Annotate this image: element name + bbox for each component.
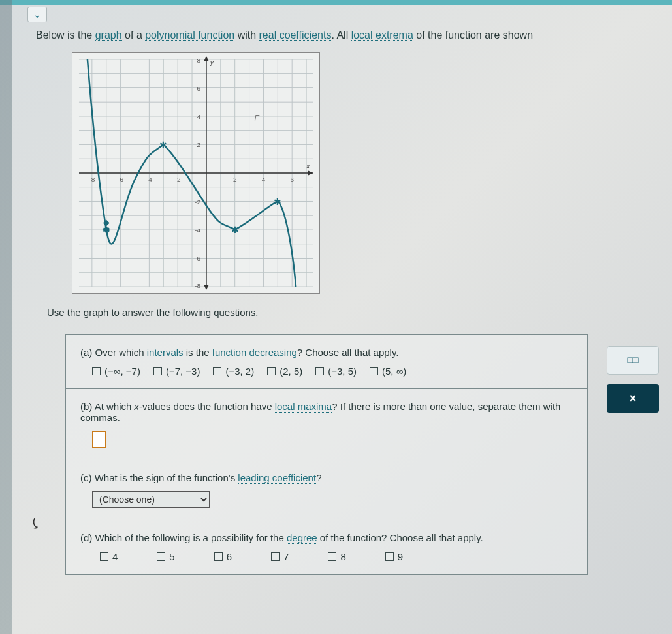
svg-text:-2: -2 xyxy=(195,198,200,206)
qd-choices: 4 5 6 7 8 9 xyxy=(80,551,574,562)
svg-text:2: 2 xyxy=(197,141,200,148)
collapse-button[interactable]: ⌄ xyxy=(27,7,47,22)
opt-label: 4 xyxy=(112,551,118,562)
choice-d-1[interactable]: 5 xyxy=(157,551,174,562)
interval-icon: □□ xyxy=(628,355,639,366)
question-d: (d) Which of the following is a possibil… xyxy=(66,520,587,574)
intro-t4: . All xyxy=(331,29,351,40)
qa-t1: (a) Over which xyxy=(80,347,147,358)
checkbox-icon[interactable] xyxy=(153,367,162,375)
term-polynomial-function[interactable]: polynomial function xyxy=(145,29,234,41)
polynomial-graph: y x -8-6-4-2246 8642-2-4-6-8 ✱ ✱ ✱ ✱ F xyxy=(72,52,320,294)
svg-text:6: 6 xyxy=(290,176,294,183)
svg-text:6: 6 xyxy=(197,85,200,92)
checkbox-icon[interactable] xyxy=(100,552,108,561)
choice-d-4[interactable]: 8 xyxy=(328,551,345,562)
opt-label: 6 xyxy=(227,551,232,562)
svg-text:-8: -8 xyxy=(89,176,95,183)
qb-t1: (b) At which xyxy=(80,401,135,412)
qc-t1: (c) What is the sign of the function's xyxy=(80,472,238,483)
svg-text:8: 8 xyxy=(197,57,200,64)
qc-text: (c) What is the sign of the function's l… xyxy=(80,472,574,483)
opt-label: (−3, 5) xyxy=(328,366,357,377)
qd-text: (d) Which of the following is a possibil… xyxy=(80,532,574,543)
question-c: (c) What is the sign of the function's l… xyxy=(66,460,587,520)
chevron-down-icon: ⌄ xyxy=(33,9,41,20)
checkbox-icon[interactable] xyxy=(213,367,221,375)
checkbox-icon[interactable] xyxy=(271,552,280,561)
choice-a-4[interactable]: (−3, 5) xyxy=(315,366,357,377)
term-leading-coefficient[interactable]: leading coefficient xyxy=(238,472,316,484)
choice-a-1[interactable]: (−7, −3) xyxy=(153,366,200,377)
opt-label: 7 xyxy=(283,551,289,562)
checkbox-icon[interactable] xyxy=(370,367,378,375)
checkbox-icon[interactable] xyxy=(157,552,165,561)
question-a: (a) Over which intervals is the function… xyxy=(66,335,587,389)
cursor-icon: ⤹ xyxy=(28,515,42,534)
qa-t3: ? Choose all that apply. xyxy=(297,347,399,358)
qb-text: (b) At which x-values does the function … xyxy=(80,401,574,423)
term-intervals[interactable]: intervals xyxy=(147,347,184,358)
leading-coeff-select[interactable]: (Choose one) xyxy=(92,491,210,508)
svg-text:-6: -6 xyxy=(195,255,200,262)
svg-text:-4: -4 xyxy=(195,227,200,234)
choice-d-0[interactable]: 4 xyxy=(100,551,118,562)
choice-d-2[interactable]: 6 xyxy=(214,551,232,562)
term-local-maxima[interactable]: local maxima xyxy=(275,401,332,413)
interval-notation-button[interactable]: □□ xyxy=(607,346,659,375)
problem-intro: Below is the graph of a polynomial funct… xyxy=(36,29,672,41)
svg-text:✱: ✱ xyxy=(103,225,110,235)
svg-text:✱: ✱ xyxy=(159,140,167,150)
reset-button[interactable]: × xyxy=(607,384,659,413)
opt-label: 8 xyxy=(340,551,345,562)
question-b: (b) At which x-values does the function … xyxy=(66,389,587,460)
checkbox-icon[interactable] xyxy=(267,367,276,375)
svg-text:-2: -2 xyxy=(175,176,181,183)
qa-text: (a) Over which intervals is the function… xyxy=(80,347,574,358)
close-icon: × xyxy=(630,392,637,405)
checkbox-icon[interactable] xyxy=(214,552,223,561)
intro-t3: with xyxy=(234,29,259,40)
qb-xv: x xyxy=(135,401,140,412)
qd-t2: of the function? Choose all that apply. xyxy=(317,532,483,543)
opt-label: 9 xyxy=(398,551,403,562)
checkbox-icon[interactable] xyxy=(385,552,394,561)
choice-a-5[interactable]: (5, ∞) xyxy=(370,366,406,377)
graph-svg: y x -8-6-4-2246 8642-2-4-6-8 ✱ ✱ ✱ ✱ F xyxy=(72,53,319,293)
intro-t1: Below is the xyxy=(36,29,95,40)
term-function-decreasing[interactable]: function decreasing xyxy=(212,347,297,358)
term-real-coefficients[interactable]: real coefficients xyxy=(259,29,332,41)
svg-text:x: x xyxy=(306,162,310,170)
opt-label: (5, ∞) xyxy=(382,366,406,377)
choice-a-2[interactable]: (−3, 2) xyxy=(213,366,254,377)
svg-text:-4: -4 xyxy=(146,176,152,183)
choice-a-0[interactable]: (−∞, −7) xyxy=(92,366,140,377)
qb-t2: -values does the function have xyxy=(139,401,275,412)
term-local-extrema[interactable]: local extrema xyxy=(351,29,413,41)
choice-d-5[interactable]: 9 xyxy=(385,551,403,562)
opt-label: (−∞, −7) xyxy=(104,366,140,377)
svg-text:-6: -6 xyxy=(118,176,123,183)
qc-t2: ? xyxy=(316,472,321,483)
svg-text:✱: ✱ xyxy=(274,197,281,207)
svg-text:4: 4 xyxy=(197,113,200,120)
svg-marker-37 xyxy=(204,285,209,290)
local-maxima-input[interactable] xyxy=(92,431,106,448)
term-degree[interactable]: degree xyxy=(287,532,317,544)
svg-text:2: 2 xyxy=(233,176,237,183)
checkbox-icon[interactable] xyxy=(315,367,324,375)
svg-text:-8: -8 xyxy=(195,282,200,289)
qa-choices: (−∞, −7) (−7, −3) (−3, 2) (2, 5) (−3, 5)… xyxy=(80,366,574,377)
svg-marker-36 xyxy=(204,56,209,61)
opt-label: (−3, 2) xyxy=(225,366,254,377)
svg-marker-35 xyxy=(308,170,313,176)
choice-a-3[interactable]: (2, 5) xyxy=(267,366,302,377)
qa-t2: is the xyxy=(184,347,212,358)
svg-text:F: F xyxy=(255,114,260,123)
checkbox-icon[interactable] xyxy=(328,552,336,561)
tool-panel: □□ × xyxy=(607,346,669,422)
checkbox-icon[interactable] xyxy=(92,367,101,375)
choice-d-3[interactable]: 7 xyxy=(271,551,289,562)
term-graph[interactable]: graph xyxy=(95,29,122,41)
use-graph-text: Use the graph to answer the following qu… xyxy=(47,307,259,318)
